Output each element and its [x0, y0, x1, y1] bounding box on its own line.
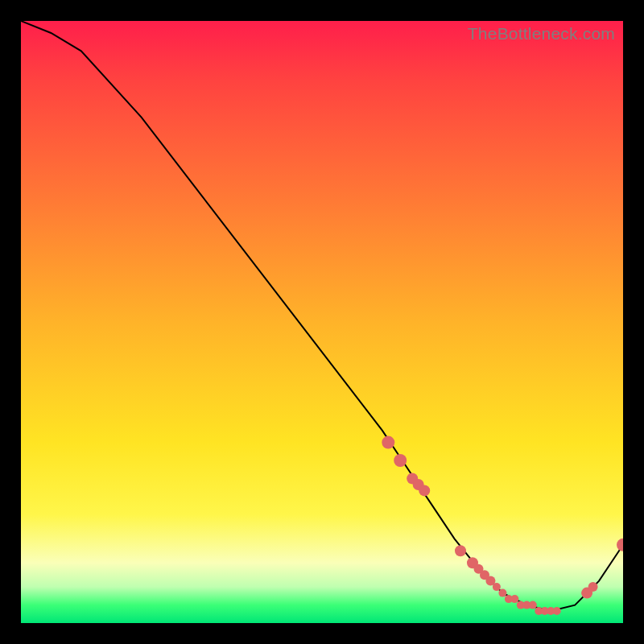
data-marker — [455, 545, 466, 556]
bottleneck-curve — [21, 21, 623, 611]
marker-group — [382, 436, 623, 615]
data-marker — [617, 539, 623, 551]
data-marker — [394, 454, 407, 467]
watermark-text: TheBottleneck.com — [468, 24, 615, 43]
chart-svg — [21, 21, 623, 623]
data-marker — [553, 607, 561, 615]
data-marker — [419, 485, 430, 496]
data-marker — [510, 595, 518, 603]
data-marker — [588, 582, 598, 592]
data-marker — [382, 436, 394, 449]
chart-frame: TheBottleneck.com — [0, 0, 644, 644]
data-marker — [529, 601, 537, 609]
plot-area: TheBottleneck.com — [21, 21, 623, 623]
data-marker — [498, 589, 506, 597]
data-marker — [493, 583, 501, 591]
